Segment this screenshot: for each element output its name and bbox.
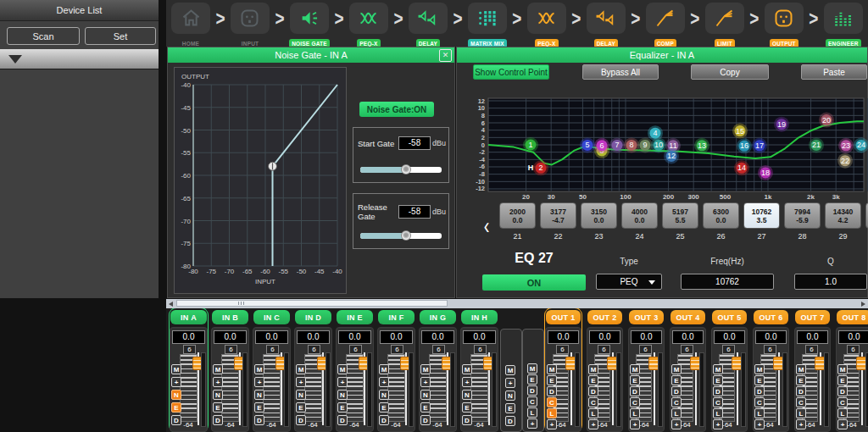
channel-gain-value[interactable]: 0.0 xyxy=(297,330,330,344)
noise-gate-button[interactable]: N xyxy=(213,390,223,400)
channel-scrollbar[interactable] xyxy=(166,299,868,308)
eq-button[interactable]: E xyxy=(420,402,431,413)
mute-button[interactable]: M xyxy=(505,365,515,375)
device-list-group-row[interactable] xyxy=(0,49,159,69)
comp-button[interactable]: C xyxy=(754,397,765,407)
channel-gain-value[interactable]: 0.0 xyxy=(631,330,662,344)
channel-header[interactable]: OUT 5 xyxy=(712,310,747,324)
delay-button[interactable]: D xyxy=(630,386,640,396)
eq-button[interactable]: E xyxy=(547,375,557,385)
comp-button[interactable]: C xyxy=(837,397,848,407)
mute-button[interactable]: M xyxy=(588,364,598,374)
channel-header[interactable]: IN C xyxy=(253,310,290,324)
collapsed-strip-1[interactable]: M+NED xyxy=(500,329,522,432)
start-gate-slider-knob[interactable] xyxy=(401,164,411,174)
channel-gain-value[interactable]: 0.0 xyxy=(838,330,868,344)
channel-gain-value[interactable]: 0.0 xyxy=(421,330,454,344)
eq-band-cell[interactable]: 51975.5 xyxy=(662,202,698,229)
link-button[interactable]: + xyxy=(379,377,389,387)
noise-gate-button[interactable]: N xyxy=(296,390,306,400)
link-button[interactable]: + xyxy=(213,377,223,387)
comp-button[interactable]: C xyxy=(630,397,640,407)
link-button[interactable]: + xyxy=(588,419,598,429)
channel-gain-value[interactable]: 0.0 xyxy=(338,330,371,344)
delay-button[interactable]: D xyxy=(337,415,348,425)
limit-button[interactable]: L xyxy=(588,408,598,418)
eq-button[interactable]: E xyxy=(671,375,682,385)
delay-button[interactable]: D xyxy=(379,415,389,425)
link-button[interactable]: + xyxy=(505,378,515,388)
channel-header[interactable]: OUT 7 xyxy=(795,310,830,324)
scroll-right-icon[interactable] xyxy=(861,302,865,307)
bypass-all-button[interactable]: Bypass All xyxy=(582,64,659,80)
eq-band-cell[interactable]: 20000.0 xyxy=(499,202,536,229)
paste-button[interactable]: Paste xyxy=(801,64,867,80)
noise-gate-button[interactable]: N xyxy=(420,390,431,400)
link-button[interactable]: + xyxy=(420,377,431,387)
channel-strip-out-6[interactable]: OUT 60.06-64MEDCL+ xyxy=(753,308,789,432)
channel-header[interactable]: IN F xyxy=(378,310,415,324)
comp-button[interactable]: C xyxy=(547,397,557,407)
channel-header[interactable]: IN B xyxy=(212,310,248,324)
channel-header[interactable]: IN D xyxy=(295,310,331,324)
show-control-point-button[interactable]: Show Control Point xyxy=(473,64,549,80)
eq-button[interactable]: E xyxy=(296,402,306,413)
noise-gate-button[interactable]: N xyxy=(462,390,472,400)
delay-button[interactable]: D xyxy=(837,386,848,396)
eq-button[interactable]: E xyxy=(254,402,264,413)
channel-header[interactable]: OUT 2 xyxy=(587,310,622,324)
channel-strip-out-2[interactable]: OUT 20.06-64MEDCL+ xyxy=(587,308,623,432)
mute-button[interactable]: M xyxy=(754,364,765,374)
limit-button[interactable]: L xyxy=(630,408,640,418)
eq-button[interactable]: E xyxy=(213,402,223,413)
link-button[interactable]: + xyxy=(254,377,264,387)
delay-button[interactable]: D xyxy=(505,416,515,426)
release-gate-slider-knob[interactable] xyxy=(401,230,411,241)
limit-button[interactable]: L xyxy=(547,408,557,418)
scan-button[interactable]: Scan xyxy=(7,27,80,45)
link-button[interactable]: + xyxy=(713,419,723,429)
channel-strip-in-a[interactable]: IN A0.06-64M+NED xyxy=(170,308,208,432)
channel-gain-value[interactable]: 0.0 xyxy=(714,330,745,344)
limit-button[interactable]: L xyxy=(837,408,848,418)
comp-button[interactable]: C xyxy=(588,397,598,407)
delay-button[interactable]: D xyxy=(547,386,557,396)
toolbar-item-output[interactable]: OUTPUT xyxy=(763,3,805,49)
noise-gate-button[interactable]: N xyxy=(171,390,181,400)
scroll-left-icon[interactable] xyxy=(169,302,173,307)
copy-button[interactable]: Copy xyxy=(691,64,769,80)
channel-strip-in-c[interactable]: IN C0.06-64M+NED xyxy=(253,308,291,432)
eq-button[interactable]: E xyxy=(630,375,640,385)
eq-button[interactable]: E xyxy=(505,403,515,413)
mute-button[interactable]: M xyxy=(213,364,223,374)
band-scroll-left-icon[interactable]: ‹ xyxy=(474,202,499,249)
collapse-triangle-icon[interactable] xyxy=(8,55,22,64)
limit-button[interactable]: L xyxy=(671,408,682,418)
mute-button[interactable]: M xyxy=(462,364,472,374)
close-icon[interactable]: ✕ xyxy=(439,49,452,62)
comp-button[interactable]: C xyxy=(527,396,537,407)
channel-strip-out-1[interactable]: OUT 10.06-64MEDCL+ xyxy=(545,308,581,432)
collapsed-strip-2[interactable]: MEDCL+ xyxy=(522,329,544,432)
noise-gate-button[interactable]: N xyxy=(254,390,264,400)
mute-button[interactable]: M xyxy=(837,364,848,374)
link-button[interactable]: + xyxy=(837,419,848,429)
eq-button[interactable]: E xyxy=(379,402,389,413)
link-button[interactable]: + xyxy=(630,419,640,429)
limit-button[interactable]: L xyxy=(527,407,537,418)
mute-button[interactable]: M xyxy=(713,364,723,374)
mute-button[interactable]: M xyxy=(379,364,389,374)
mute-button[interactable]: M xyxy=(796,364,806,374)
freq-input[interactable]: 10762 xyxy=(681,274,774,290)
delay-button[interactable]: D xyxy=(754,386,765,396)
comp-button[interactable]: C xyxy=(796,397,806,407)
delay-button[interactable]: D xyxy=(213,415,223,425)
link-button[interactable]: + xyxy=(527,418,537,429)
delay-button[interactable]: D xyxy=(296,415,306,425)
delay-button[interactable]: D xyxy=(420,415,431,425)
eq-button[interactable]: E xyxy=(527,374,537,385)
noise-gate-power-button[interactable]: Noise Gate:ON xyxy=(359,102,434,117)
channel-header[interactable]: OUT 3 xyxy=(629,310,664,324)
channel-strip-in-g[interactable]: IN G0.06-64M+NED xyxy=(419,308,457,432)
delay-button[interactable]: D xyxy=(171,415,181,425)
